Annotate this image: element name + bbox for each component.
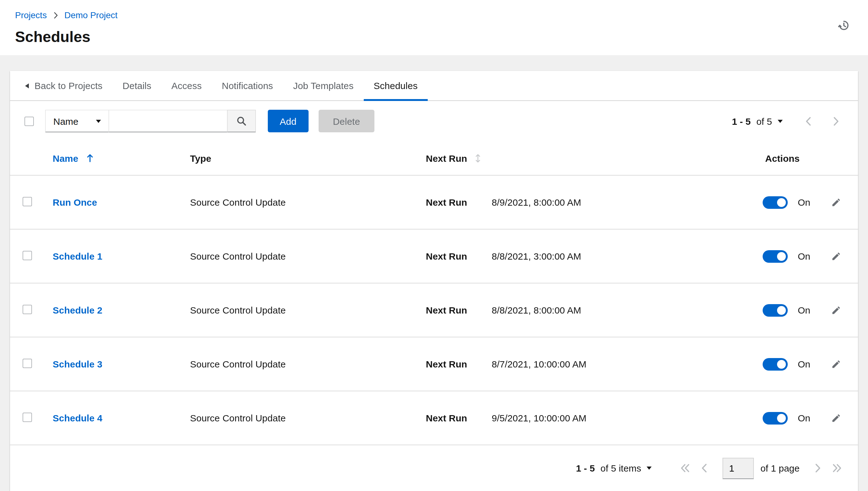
pencil-icon (831, 359, 841, 369)
row-checkbox[interactable] (23, 358, 32, 368)
breadcrumb: Projects Demo Project (15, 9, 853, 21)
history-button[interactable] (837, 19, 850, 32)
current-page-input[interactable] (723, 458, 754, 479)
search-button[interactable] (227, 110, 256, 132)
next-run-label: Next Run (426, 197, 492, 207)
prev-page-button[interactable] (699, 461, 710, 475)
items-per-page-dropdown[interactable]: 1 - 5 of 5 items (576, 463, 652, 473)
search-icon (236, 116, 247, 126)
schedule-toggle[interactable] (763, 358, 788, 370)
column-header-actions: Actions (732, 153, 843, 163)
schedule-type: Source Control Update (190, 251, 426, 261)
table-row: Schedule 4 Source Control Update Next Ru… (10, 391, 858, 444)
tab-label: Back to Projects (34, 80, 103, 91)
schedule-name-link[interactable]: Schedule 1 (53, 251, 102, 261)
next-run-value: 9/5/2021, 10:00:00 AM (492, 413, 586, 423)
angle-right-icon (833, 116, 839, 126)
double-angle-left-icon (681, 463, 690, 473)
toggle-state-label: On (798, 359, 810, 369)
edit-button[interactable] (831, 359, 841, 369)
next-run-value: 8/9/2021, 8:00:00 AM (492, 197, 581, 207)
sort-icon (475, 153, 481, 163)
edit-button[interactable] (831, 413, 841, 423)
toolbar: Name Add Delete 1 - 5 of 5 (10, 101, 858, 141)
breadcrumb-link-demo-project[interactable]: Demo Project (64, 9, 118, 21)
tab-label: Details (123, 80, 151, 91)
schedule-name-link[interactable]: Run Once (53, 197, 97, 207)
caret-left-icon (25, 83, 29, 88)
tab-label: Job Templates (293, 80, 354, 91)
next-run-value: 8/7/2021, 10:00:00 AM (492, 359, 586, 369)
pencil-icon (831, 251, 841, 261)
schedule-type: Source Control Update (190, 359, 426, 369)
pagination-summary-dropdown[interactable]: 1 - 5 of 5 (732, 116, 783, 126)
schedule-name-link[interactable]: Schedule 4 (53, 413, 102, 423)
delete-button[interactable]: Delete (318, 110, 374, 132)
filter-select-value: Name (53, 116, 78, 126)
toggle-state-label: On (798, 413, 810, 423)
filter-type-select[interactable]: Name (45, 110, 109, 132)
edit-button[interactable] (831, 197, 841, 207)
tab-schedules[interactable]: Schedules (364, 71, 428, 100)
pencil-icon (831, 197, 841, 207)
row-checkbox[interactable] (23, 251, 32, 260)
pencil-icon (831, 413, 841, 423)
search-group (109, 110, 256, 132)
tab-label: Access (172, 80, 202, 91)
toolbar-pagination: 1 - 5 of 5 (732, 114, 843, 128)
schedule-name-link[interactable]: Schedule 3 (53, 359, 102, 369)
schedule-type: Source Control Update (190, 413, 426, 423)
column-header-next-run[interactable]: Next Run (426, 153, 732, 163)
table-header: Name Type Next Run Actions (10, 141, 858, 175)
row-checkbox[interactable] (23, 197, 32, 206)
next-page-button[interactable] (812, 461, 823, 475)
pagination-footer: 1 - 5 of 5 items of 1 page (10, 444, 858, 491)
pagination-range: 1 - 5 (732, 116, 751, 126)
first-page-button[interactable] (678, 461, 693, 475)
schedule-toggle[interactable] (763, 412, 788, 424)
select-all-checkbox[interactable] (25, 116, 34, 126)
schedule-name-link[interactable]: Schedule 2 (53, 305, 102, 315)
page-count-label: of 1 page (760, 463, 800, 473)
angle-left-icon (701, 463, 708, 473)
breadcrumb-link-projects[interactable]: Projects (15, 9, 47, 21)
angle-left-icon (805, 116, 812, 126)
tab-details[interactable]: Details (113, 71, 162, 100)
column-header-label: Next Run (426, 153, 467, 163)
tab-notifications[interactable]: Notifications (212, 71, 283, 100)
column-header-name[interactable]: Name (53, 153, 93, 163)
schedules-card: Back to Projects Details Access Notifica… (10, 71, 858, 491)
pagination-of: of 5 (756, 116, 772, 126)
row-checkbox[interactable] (23, 305, 32, 314)
page-header: Projects Demo Project Schedules (0, 0, 868, 55)
toggle-state-label: On (798, 197, 810, 207)
next-run-label: Next Run (426, 413, 492, 423)
edit-button[interactable] (831, 305, 841, 315)
pagination-of: of 5 items (601, 463, 641, 473)
last-page-button[interactable] (830, 461, 844, 475)
next-run-label: Next Run (426, 359, 492, 369)
schedule-toggle[interactable] (763, 250, 788, 262)
schedule-toggle[interactable] (763, 304, 788, 316)
prev-page-button[interactable] (803, 114, 814, 128)
next-run-value: 8/8/2021, 8:00:00 AM (492, 305, 581, 315)
tab-job-templates[interactable]: Job Templates (283, 71, 364, 100)
caret-down-icon (778, 119, 783, 123)
table-row: Run Once Source Control Update Next Run … (10, 175, 858, 229)
add-button[interactable]: Add (268, 110, 308, 132)
schedule-toggle[interactable] (763, 196, 788, 208)
next-run-label: Next Run (426, 251, 492, 261)
sort-ascending-icon (87, 154, 93, 163)
search-input[interactable] (109, 110, 228, 132)
tab-access[interactable]: Access (162, 71, 212, 100)
row-checkbox[interactable] (23, 412, 32, 422)
angle-right-icon (53, 11, 58, 19)
next-run-label: Next Run (426, 305, 492, 315)
toggle-state-label: On (798, 251, 810, 261)
tab-bar: Back to Projects Details Access Notifica… (10, 71, 858, 101)
next-page-button[interactable] (830, 114, 842, 128)
edit-button[interactable] (831, 251, 841, 261)
page: Projects Demo Project Schedules Back to … (0, 0, 868, 491)
table-row: Schedule 2 Source Control Update Next Ru… (10, 283, 858, 337)
tab-back-to-projects[interactable]: Back to Projects (15, 71, 113, 100)
